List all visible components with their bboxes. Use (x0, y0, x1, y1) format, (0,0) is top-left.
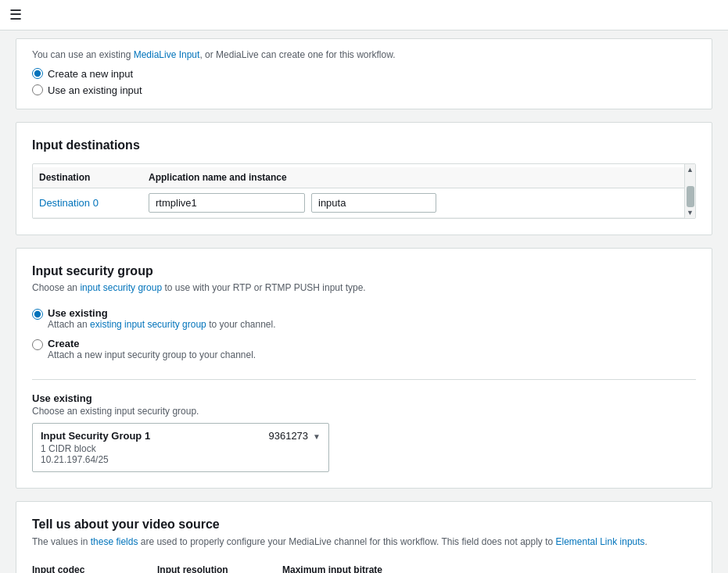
max-bitrate-label: Maximum input bitrate (282, 564, 407, 573)
video-source-card: Tell us about your video source The valu… (16, 501, 712, 573)
scrollbar-thumb[interactable] (687, 186, 694, 207)
input-destinations-title: Input destinations (32, 138, 696, 152)
input-codec-label: Input codec (32, 564, 142, 573)
use-existing-section-label: Use existing (32, 392, 696, 404)
use-existing-security-title: Use existing (48, 307, 276, 319)
input-type-desc: You can use an existing MediaLive Input,… (32, 48, 696, 62)
destination-cell: Destination 0 (33, 188, 142, 217)
security-group-cidr: 1 CIDR block (41, 443, 96, 454)
use-existing-radio[interactable] (32, 84, 43, 95)
table-and-scrollbar: Destination Application name and instanc… (33, 164, 695, 218)
use-existing-security-item[interactable]: Use existing Attach an existing input se… (32, 307, 696, 330)
main-content: You can use an existing MediaLive Input,… (0, 30, 728, 573)
security-group-dropdown-arrow: ▼ (313, 432, 321, 441)
medialive-input-link[interactable]: MediaLive Input (134, 49, 200, 60)
app-name-input[interactable] (149, 193, 305, 213)
video-fields-row: Input codec AVC HEVC MPEG2 ▼ Input resol… (32, 564, 696, 573)
page-wrapper: ☰ You can use an existing MediaLive Inpu… (0, 0, 728, 573)
col-app-name-instance: Application name and instance (142, 167, 695, 188)
input-type-card: You can use an existing MediaLive Input,… (16, 38, 712, 109)
security-group-dropdown[interactable]: Input Security Group 1 9361273 ▼ 1 CIDR … (32, 423, 329, 472)
app-fields-container (149, 193, 689, 213)
destinations-table-container: Destination Application name and instanc… (32, 163, 696, 219)
create-security-title: Create (48, 338, 256, 349)
max-bitrate-group: Maximum input bitrate MAX_10_MBPS MAX_20… (282, 564, 407, 573)
security-group-title: Input security group (32, 264, 696, 278)
table-scrollbar[interactable]: ▲ ▼ (684, 164, 695, 218)
destinations-table-wrapper: Destination Application name and instanc… (32, 163, 696, 219)
security-group-details: 1 CIDR block 10.21.197.64/25 (41, 443, 321, 465)
security-options-group: Use existing Attach an existing input se… (32, 307, 696, 367)
table-row: Destination 0 (33, 188, 695, 217)
use-existing-label: Use an existing input (48, 84, 142, 96)
security-group-ip: 10.21.197.64/25 (41, 454, 109, 465)
create-security-radio[interactable] (32, 339, 43, 350)
security-group-name: Input Security Group 1 (41, 430, 150, 442)
scroll-up-arrow[interactable]: ▲ (685, 164, 695, 175)
app-fields-cell (142, 188, 695, 217)
col-destination: Destination (33, 167, 142, 188)
top-bar: ☰ (0, 0, 728, 30)
use-existing-radio-item[interactable]: Use an existing input (32, 84, 696, 96)
app-instance-input[interactable] (311, 193, 436, 213)
use-existing-security-radio[interactable] (32, 309, 43, 320)
video-source-title: Tell us about your video source (32, 517, 696, 532)
input-type-radio-group: Create a new input Use an existing input (32, 68, 696, 96)
create-new-label: Create a new input (48, 68, 133, 80)
input-security-group-card: Input security group Choose an input sec… (16, 248, 712, 489)
hamburger-icon[interactable]: ☰ (9, 6, 22, 23)
security-group-top-row: Input Security Group 1 9361273 ▼ (41, 430, 321, 442)
input-codec-group: Input codec AVC HEVC MPEG2 ▼ (32, 564, 142, 573)
create-new-radio[interactable] (32, 68, 43, 79)
input-resolution-label: Input resolution (157, 564, 267, 573)
existing-group-link[interactable]: existing input security group (90, 319, 206, 330)
use-existing-security-desc: Attach an existing input security group … (48, 319, 276, 330)
security-group-id: 9361273 (268, 430, 308, 442)
destinations-table: Destination Application name and instanc… (33, 167, 695, 218)
security-divider (32, 379, 696, 380)
video-source-desc: The values in these fields are used to p… (32, 535, 696, 549)
create-security-desc: Attach a new input security group to you… (48, 349, 256, 360)
security-group-id-area: 9361273 ▼ (268, 430, 321, 442)
security-group-link[interactable]: input security group (80, 282, 162, 293)
create-security-item[interactable]: Create Attach a new input security group… (32, 338, 696, 360)
create-new-radio-item[interactable]: Create a new input (32, 68, 696, 80)
create-security-content: Create Attach a new input security group… (48, 338, 256, 360)
input-resolution-group: Input resolution HD SD UHD ▼ (157, 564, 267, 573)
table-scroll: Destination Application name and instanc… (33, 164, 695, 218)
elemental-link[interactable]: Elemental Link inputs (556, 536, 645, 547)
use-existing-section-desc: Choose an existing input security group. (32, 406, 696, 417)
input-destinations-card: Input destinations Destination Applicati… (16, 122, 712, 235)
scroll-down-arrow[interactable]: ▼ (685, 207, 695, 218)
video-fields-link[interactable]: these fields (91, 536, 138, 547)
use-existing-security-content: Use existing Attach an existing input se… (48, 307, 276, 330)
security-group-subtitle: Choose an input security group to use wi… (32, 281, 696, 295)
